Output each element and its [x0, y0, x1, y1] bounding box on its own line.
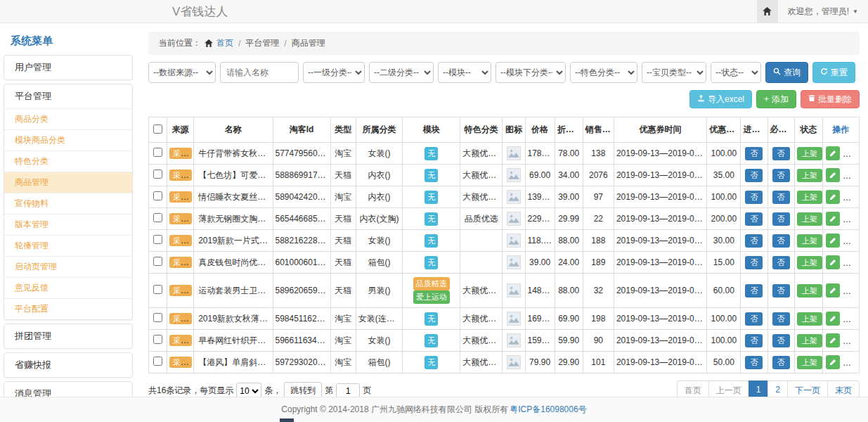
- must-buy-toggle[interactable]: 否: [772, 284, 790, 298]
- status-toggle[interactable]: 上架: [797, 312, 822, 326]
- edit-button[interactable]: [826, 168, 840, 182]
- sidebar-subitem-module-goods-category[interactable]: 模块商品分类: [4, 129, 132, 151]
- import-select-toggle[interactable]: 否: [745, 284, 763, 298]
- row-checkbox[interactable]: [153, 191, 162, 200]
- import-select-toggle[interactable]: 否: [745, 356, 763, 369]
- delete-button[interactable]: [843, 234, 857, 248]
- must-buy-toggle[interactable]: 否: [772, 356, 790, 369]
- must-buy-toggle[interactable]: 否: [772, 256, 790, 269]
- user-menu[interactable]: 欢迎您，管理员! ▼: [778, 6, 868, 18]
- status-toggle[interactable]: 上架: [797, 169, 822, 182]
- sidebar-subitem-version-management[interactable]: 版本管理: [4, 214, 132, 235]
- status-toggle[interactable]: 上架: [797, 334, 822, 347]
- import-select-toggle[interactable]: 否: [745, 169, 763, 182]
- row-checkbox[interactable]: [153, 357, 162, 366]
- import-select-toggle[interactable]: 否: [745, 312, 763, 326]
- home-button[interactable]: [757, 0, 778, 23]
- filter-module-sub-select[interactable]: --模块下分类--: [495, 62, 566, 83]
- row-checkbox[interactable]: [153, 313, 162, 322]
- row-checkbox[interactable]: [153, 170, 162, 179]
- sidebar-subitem-goods-management[interactable]: 商品管理: [4, 172, 132, 193]
- delete-button[interactable]: [843, 190, 857, 204]
- edit-button[interactable]: [826, 212, 840, 226]
- sidebar-item-message-management[interactable]: 消息管理: [4, 382, 132, 397]
- per-page-select[interactable]: 10: [236, 383, 261, 397]
- must-buy-toggle[interactable]: 否: [772, 147, 790, 160]
- icp-link[interactable]: 粤ICP备16098006号: [510, 404, 586, 416]
- edit-button[interactable]: [826, 333, 840, 347]
- sidebar-item-platform-management[interactable]: 平台管理: [4, 84, 132, 108]
- sidebar-item-express-report[interactable]: 省赚快报: [4, 353, 132, 377]
- filter-feature-select[interactable]: --特色分类--: [570, 62, 637, 83]
- edit-button[interactable]: [826, 255, 840, 269]
- status-toggle[interactable]: 上架: [797, 284, 822, 298]
- must-buy-toggle[interactable]: 否: [772, 191, 790, 204]
- filter-source-select[interactable]: --数据来源--: [148, 62, 216, 83]
- name-search-input[interactable]: [220, 62, 299, 83]
- delete-button[interactable]: [843, 312, 857, 326]
- pager-page-2[interactable]: 2: [767, 381, 788, 397]
- sidebar-item-group-buy-management[interactable]: 拼团管理: [4, 324, 132, 348]
- sidebar-subitem-goods-category[interactable]: 商品分类: [4, 108, 132, 129]
- import-select-toggle[interactable]: 否: [745, 212, 763, 226]
- status-toggle[interactable]: 上架: [797, 356, 822, 369]
- filter-status-select[interactable]: --状态--: [711, 62, 761, 83]
- pager-next[interactable]: 下一页: [787, 381, 828, 397]
- import-excel-button[interactable]: 导入excel: [689, 90, 752, 108]
- page-number-input[interactable]: [336, 383, 360, 397]
- filter-level1-select[interactable]: --一级分类--: [303, 62, 365, 83]
- import-select-toggle[interactable]: 否: [745, 334, 763, 347]
- pager-last[interactable]: 末页: [827, 381, 860, 397]
- sidebar-subitem-promo-materials[interactable]: 宣传物料: [4, 193, 132, 214]
- filter-level2-select[interactable]: --二级分类--: [369, 62, 434, 83]
- filter-item-type-select[interactable]: --宝贝类型--: [642, 62, 706, 83]
- delete-button[interactable]: [843, 168, 857, 182]
- pager-prev[interactable]: 上一页: [708, 381, 749, 397]
- row-checkbox[interactable]: [153, 335, 162, 344]
- add-button[interactable]: + 添加: [756, 90, 796, 108]
- status-toggle[interactable]: 上架: [797, 147, 822, 160]
- reset-button[interactable]: 重置: [812, 62, 855, 83]
- status-toggle[interactable]: 上架: [797, 212, 822, 226]
- must-buy-toggle[interactable]: 否: [772, 169, 790, 182]
- edit-button[interactable]: [826, 355, 840, 369]
- status-toggle[interactable]: 上架: [797, 234, 822, 248]
- batch-delete-button[interactable]: 批量删除: [801, 90, 860, 108]
- delete-button[interactable]: [843, 355, 857, 369]
- import-select-toggle[interactable]: 否: [745, 191, 763, 204]
- delete-button[interactable]: [843, 333, 857, 347]
- horizontal-scrollbar-thumb[interactable]: [280, 418, 294, 422]
- search-button[interactable]: 查询: [765, 62, 808, 83]
- sidebar-subitem-feedback[interactable]: 意见反馈: [4, 277, 132, 298]
- edit-button[interactable]: [826, 283, 840, 298]
- sidebar-subitem-splash-management[interactable]: 启动页管理: [4, 256, 132, 277]
- edit-button[interactable]: [826, 312, 840, 326]
- row-checkbox[interactable]: [153, 285, 162, 294]
- must-buy-toggle[interactable]: 否: [772, 312, 790, 326]
- sidebar-subitem-featured-category[interactable]: 特色分类: [4, 151, 132, 172]
- jump-button[interactable]: 跳转到: [284, 382, 322, 397]
- import-select-toggle[interactable]: 否: [745, 256, 763, 269]
- pager-page-1[interactable]: 1: [749, 381, 769, 397]
- sidebar-item-user-management[interactable]: 用户管理: [4, 56, 132, 79]
- status-toggle[interactable]: 上架: [797, 256, 822, 269]
- import-select-toggle[interactable]: 否: [745, 147, 763, 160]
- row-checkbox[interactable]: [153, 213, 162, 222]
- row-checkbox[interactable]: [153, 148, 162, 157]
- must-buy-toggle[interactable]: 否: [772, 234, 790, 248]
- row-checkbox[interactable]: [153, 235, 162, 244]
- delete-button[interactable]: [843, 146, 857, 160]
- edit-button[interactable]: [826, 190, 840, 204]
- must-buy-toggle[interactable]: 否: [772, 334, 790, 347]
- status-toggle[interactable]: 上架: [797, 191, 822, 204]
- delete-button[interactable]: [843, 283, 857, 298]
- pager-first[interactable]: 首页: [677, 381, 709, 397]
- must-buy-toggle[interactable]: 否: [772, 212, 790, 226]
- import-select-toggle[interactable]: 否: [745, 234, 763, 248]
- delete-button[interactable]: [843, 212, 857, 226]
- row-checkbox[interactable]: [153, 257, 162, 266]
- edit-button[interactable]: [826, 146, 840, 160]
- filter-module-select[interactable]: --模块--: [438, 62, 491, 83]
- breadcrumb-home-link[interactable]: 首页: [216, 37, 233, 49]
- edit-button[interactable]: [826, 234, 840, 248]
